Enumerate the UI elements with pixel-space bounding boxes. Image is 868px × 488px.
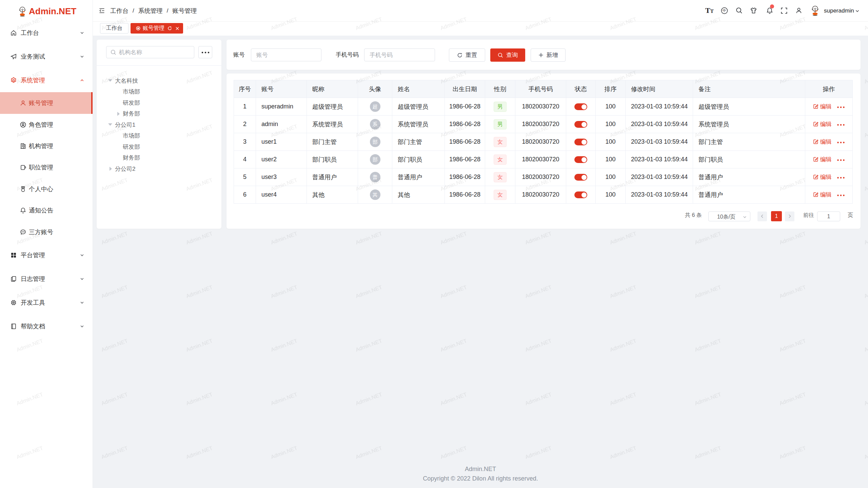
svg-text:中: 中 — [723, 8, 726, 13]
